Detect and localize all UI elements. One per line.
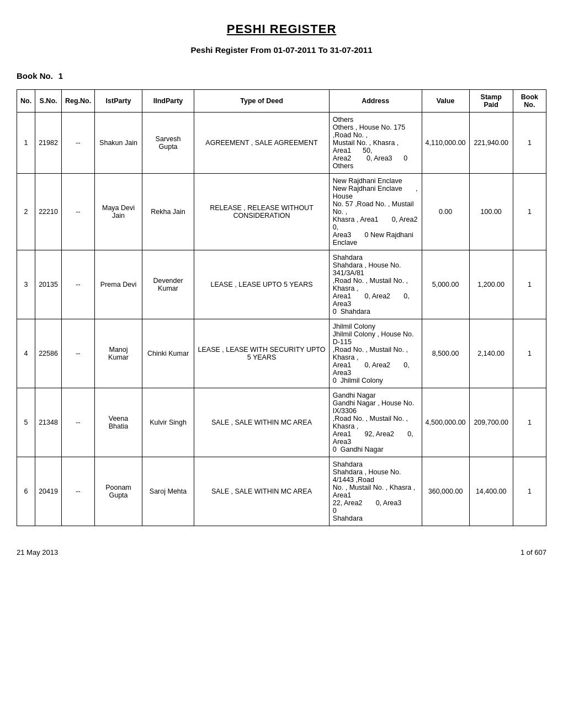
table-row: 121982--Shakun JainSarvesh GuptaAGREEMEN… (17, 113, 546, 174)
table-row: 320135--Prema DeviDevender KumarLEASE , … (17, 250, 546, 319)
subtitle: Peshi Register From 01-07-2011 To 31-07-… (17, 45, 546, 55)
col-type: Type of Deed (194, 90, 330, 113)
table-row: 222210--Maya Devi JainRekha JainRELEASE … (17, 174, 546, 250)
col-value: Value (422, 90, 469, 113)
page-title: PESHI REGISTER (17, 22, 546, 36)
col-regno: Reg.No. (61, 90, 94, 113)
table-row: 620419--Poonam GuptaSaroj MehtaSALE , SA… (17, 457, 546, 526)
col-sno: S.No. (35, 90, 62, 113)
table-header-row: No. S.No. Reg.No. IstParty IIndParty Typ… (17, 90, 546, 113)
col-iind: IIndParty (142, 90, 194, 113)
col-stamp: Stamp Paid (469, 90, 513, 113)
table-row: 521348--Veena BhatiaKulvir SinghSALE , S… (17, 388, 546, 457)
register-table: No. S.No. Reg.No. IstParty IIndParty Typ… (17, 89, 546, 526)
page-info: 1 of 607 (520, 548, 546, 556)
table-row: 422586--Manoj KumarChinki KumarLEASE , L… (17, 319, 546, 388)
col-ist: IstParty (95, 90, 142, 113)
col-no: No. (17, 90, 35, 113)
book-label: Book No. (17, 71, 53, 81)
book-number: 1 (59, 71, 63, 81)
col-bookno: Book No. (513, 90, 546, 113)
footer-date: 21 May 2013 (17, 548, 58, 556)
col-address: Address (329, 90, 422, 113)
